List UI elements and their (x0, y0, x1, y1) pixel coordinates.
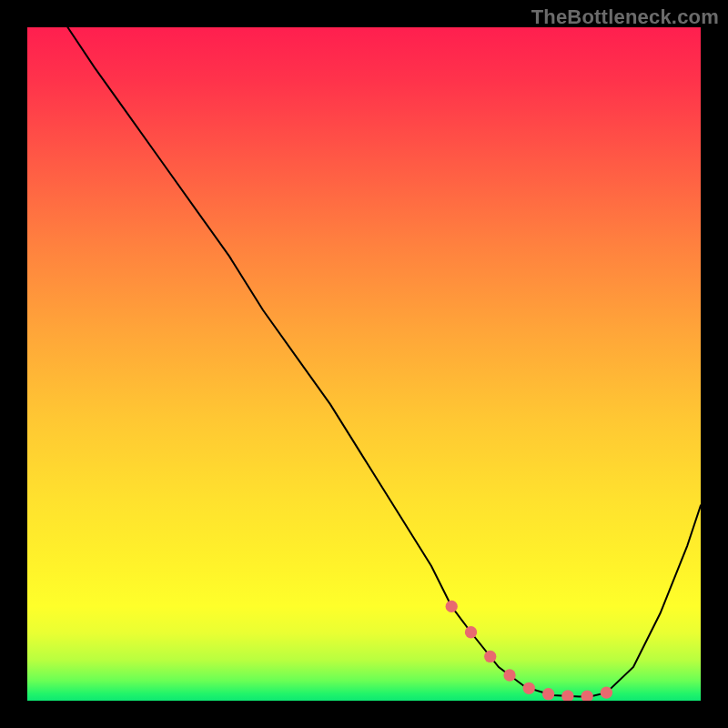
marker-dot (446, 601, 458, 612)
marker-dot (465, 626, 477, 638)
chart-frame: TheBottleneck.com (0, 0, 728, 728)
marker-dot (601, 686, 612, 698)
marker-dot (523, 682, 535, 694)
marker-dot (581, 690, 593, 701)
marker-dot (561, 690, 573, 701)
marker-dots (446, 601, 613, 701)
curve-svg (27, 27, 701, 701)
bottleneck-curve (67, 27, 701, 697)
marker-dot (484, 651, 496, 662)
marker-dot (542, 688, 554, 700)
marker-dot (503, 669, 515, 681)
watermark-text: TheBottleneck.com (531, 5, 719, 29)
plot-area (27, 27, 701, 701)
